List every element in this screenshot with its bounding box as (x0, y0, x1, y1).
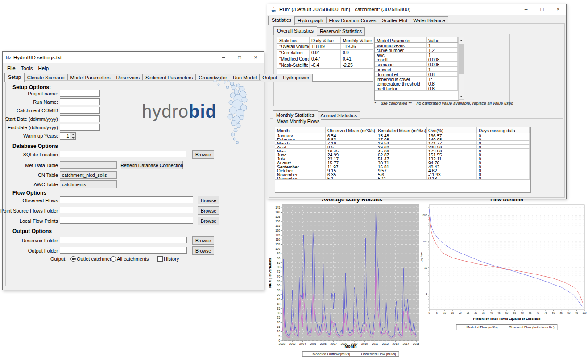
table-cell: February (275, 137, 326, 141)
browse-button-flow-2[interactable]: Browse (198, 206, 219, 215)
table-row[interactable]: January6.5415.48136.570 (275, 133, 530, 137)
radio-all-catchments[interactable] (111, 256, 116, 262)
table-row[interactable]: dormant et0.8 (375, 72, 459, 77)
table-row[interactable]: May16.4545.06173.860 (275, 149, 530, 153)
spinner-up-button[interactable] (70, 133, 75, 136)
table-row[interactable]: melt factor0.8 (375, 86, 459, 91)
flow-input-1[interactable] (60, 196, 193, 203)
tab-annual-statistics[interactable]: Annual Statistics (318, 111, 360, 120)
table-row[interactable]: warmup years1 (375, 43, 459, 48)
maximize-button[interactable]: □ (232, 52, 248, 63)
table-row[interactable]: grow et1 (375, 67, 459, 72)
text-input-3[interactable] (60, 107, 100, 114)
run-window-titlebar[interactable]: Run: (/Default-307586800_run) - catchmen… (267, 4, 566, 15)
svg-text:10: 10 (277, 330, 281, 333)
table-row[interactable]: impervious cover1* (375, 77, 459, 82)
table-cell: 132.11 (427, 156, 477, 160)
svg-text:2007: 2007 (331, 342, 337, 345)
spinner-down-button[interactable] (70, 136, 75, 140)
browse-button-sqlite[interactable]: Browse (192, 150, 214, 159)
column-header: Observed Mean (m^3/s) (326, 127, 376, 133)
svg-text:20: 20 (277, 321, 281, 324)
sqlite-location-input[interactable] (60, 151, 186, 157)
svg-text:55: 55 (277, 289, 281, 292)
table-cell: 119.36 (341, 44, 372, 49)
tab-overall-statistics[interactable]: Overall Statistics (273, 26, 317, 36)
settings-window: hb HydroBID settings.txt – □ × FileTools… (2, 51, 264, 290)
browse-button-output-1[interactable]: Browse (192, 236, 214, 245)
table-row[interactable]: "Nash-Sutcliffe E...-0.4-2.25 (277, 62, 373, 69)
text-input-4[interactable] (60, 115, 100, 122)
table-row[interactable]: March7.1919.54171.770 (275, 141, 530, 145)
table-row[interactable]: February6.8317.08149.980 (275, 137, 530, 141)
menu-item-tools[interactable]: Tools (18, 65, 36, 72)
table-row[interactable]: temperature threshold0.8 (375, 81, 459, 86)
field-label: Run Name: (4, 99, 58, 105)
table-row[interactable]: October9.159.574.620 (275, 168, 530, 172)
scroll-down-button[interactable] (459, 94, 464, 99)
text-input-5[interactable] (60, 124, 100, 131)
table-row[interactable]: seepage0.005 (375, 62, 459, 67)
tab-setup[interactable]: Setup (4, 73, 25, 82)
scroll-up-button[interactable] (459, 37, 464, 43)
table-cell: curve number (375, 48, 427, 52)
met-data-table-combo[interactable] (60, 161, 117, 169)
output-input-1[interactable] (60, 237, 187, 243)
table-cell: "Overall volume ... (277, 44, 310, 49)
table-row[interactable]: August15.7730.7194.760 (275, 160, 530, 164)
table-row[interactable]: July22.1751.47132.110 (275, 156, 530, 160)
table-row[interactable]: November6.355.6-11.930 (275, 172, 530, 176)
svg-text:95: 95 (277, 252, 281, 255)
tab-output[interactable]: Output (259, 74, 280, 82)
table-cell: melt factor (375, 86, 427, 90)
minimize-button[interactable]: – (518, 4, 534, 15)
table-row[interactable]: rcoeff0.008 (375, 57, 459, 62)
table-row[interactable]: "Modified Correl...0.470.41 (277, 56, 373, 62)
table-row[interactable]: April8.529.62248.560 (275, 145, 530, 149)
svg-text:35: 35 (277, 307, 281, 310)
spinner-value: 1 (60, 133, 70, 139)
svg-text:80: 80 (277, 266, 281, 269)
browse-button-output-2[interactable]: Browse (192, 246, 214, 255)
settings-window-titlebar[interactable]: hb HydroBID settings.txt – □ × (3, 52, 264, 63)
legend-line-swatch (306, 354, 311, 354)
table-row[interactable]: "Correlation0.910.9 (277, 50, 373, 56)
table-row[interactable]: December5.15.110.130 (275, 176, 530, 180)
tab-hydropower[interactable]: Hydropower (280, 74, 312, 82)
scrollbar-thumb[interactable] (459, 44, 464, 74)
parameters-scrollbar[interactable] (458, 37, 464, 100)
text-input-2[interactable] (60, 98, 100, 105)
flow-duration-xlabel: Percent of Time Flow is Equaled or Excee… (473, 317, 541, 321)
table-row[interactable]: September11.9716.8140.430 (275, 164, 530, 168)
menu-item-help[interactable]: Help (35, 65, 51, 72)
menu-item-file[interactable]: File (4, 65, 18, 72)
field-label: Project name: (4, 91, 58, 96)
table-row[interactable]: June24.9962.87151.550 (275, 152, 530, 156)
close-button[interactable]: × (248, 52, 264, 63)
flow-input-2[interactable] (60, 207, 193, 213)
text-input-1[interactable] (60, 90, 100, 97)
maximize-button[interactable]: □ (534, 4, 550, 15)
table-row[interactable]: awc1 (375, 53, 459, 57)
svg-text:70: 70 (277, 275, 281, 278)
browse-button-flow-3[interactable]: Browse (198, 217, 219, 225)
output-input-2[interactable] (60, 247, 187, 254)
legend-item: Observed Flow [m3/s] (354, 352, 396, 356)
awc-table-combo[interactable]: catchments (60, 180, 117, 188)
table-cell: 1.2 (427, 48, 458, 52)
minimize-button[interactable]: – (215, 52, 232, 63)
history-checkbox[interactable] (157, 256, 163, 262)
flow-input-3[interactable] (60, 217, 193, 224)
close-button[interactable]: × (550, 4, 566, 15)
cn-table-combo[interactable]: catchment_nlcd_soils (60, 171, 117, 179)
browse-button-flow-1[interactable]: Browse (198, 196, 219, 204)
tab-reservoir-statistics[interactable]: Reservoir Statistics (317, 27, 365, 36)
svg-text:50: 50 (505, 311, 508, 314)
refresh-database-connection-button[interactable]: Refresh Database Connection (121, 161, 183, 169)
table-row[interactable]: "Overall volume ...118.89119.36 (277, 44, 373, 50)
radio-outlet-catchment[interactable] (70, 256, 76, 262)
table-row[interactable]: curve number1.2 (375, 48, 459, 53)
tab-statistics[interactable]: Statistics (268, 16, 295, 25)
warmup-years-spinner[interactable]: 1 (60, 132, 76, 140)
svg-text:45: 45 (498, 311, 501, 314)
